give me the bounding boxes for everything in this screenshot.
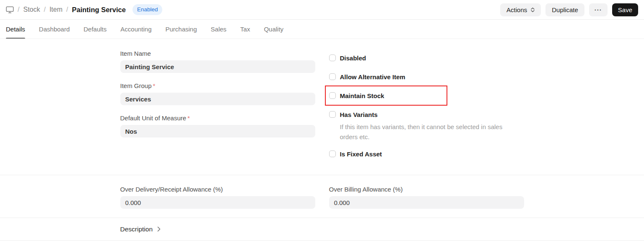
over-billing-label: Over Billing Allowance (%): [329, 186, 524, 193]
allow-alternative-item-checkbox[interactable]: [329, 73, 336, 80]
maintain-stock-checkbox-label[interactable]: Maintain Stock: [340, 92, 384, 99]
required-marker: *: [153, 82, 156, 89]
tab-accounting[interactable]: Accounting: [120, 20, 151, 39]
more-menu-button[interactable]: ···: [589, 3, 608, 16]
breadcrumb-separator: /: [18, 6, 19, 13]
required-marker: *: [187, 114, 190, 122]
disabled-checkbox-label[interactable]: Disabled: [340, 54, 366, 62]
over-billing-input[interactable]: 0.000: [329, 196, 524, 209]
breadcrumb: / Stock / Item / Painting Service Enable…: [6, 4, 162, 15]
description-section-toggle[interactable]: Description: [120, 226, 161, 233]
chevron-updown-icon: [531, 8, 535, 12]
tab-quality[interactable]: Quality: [264, 20, 283, 39]
save-button[interactable]: Save: [612, 3, 638, 16]
is-fixed-asset-checkbox[interactable]: [329, 150, 336, 157]
checkbox-row-allow-alternative: Allow Alternative Item: [329, 70, 524, 83]
default-uom-label-text: Default Unit of Measure: [120, 114, 187, 122]
breadcrumb-item[interactable]: Item: [49, 6, 62, 13]
status-badge: Enabled: [132, 4, 163, 15]
over-delivery-label: Over Delivery/Receipt Allowance (%): [120, 186, 315, 193]
section-allowances: Over Delivery/Receipt Allowance (%) 0.00…: [0, 175, 644, 218]
checkbox-row-maintain-stock: Maintain Stock: [329, 89, 524, 102]
is-fixed-asset-checkbox-label[interactable]: Is Fixed Asset: [340, 150, 382, 158]
field-default-uom: Default Unit of Measure* Nos: [120, 114, 315, 137]
has-variants-description: If this item has variants, then it canno…: [340, 122, 518, 142]
tab-tax[interactable]: Tax: [240, 20, 250, 39]
field-item-group: Item Group* Services: [120, 82, 315, 105]
tab-dashboard[interactable]: Dashboard: [39, 20, 70, 39]
header: / Stock / Item / Painting Service Enable…: [0, 0, 644, 20]
item-group-label: Item Group*: [120, 82, 315, 89]
item-name-label: Item Name: [120, 50, 315, 57]
right-column: Disabled Allow Alternative Item Maintain…: [329, 50, 524, 166]
page-title: Painting Service: [72, 6, 126, 14]
description-section-label: Description: [120, 226, 153, 233]
tab-details[interactable]: Details: [6, 20, 25, 39]
field-over-billing: Over Billing Allowance (%) 0.000: [329, 186, 524, 209]
tab-sales[interactable]: Sales: [211, 20, 227, 39]
field-item-name: Item Name Painting Service: [120, 50, 315, 73]
has-variants-checkbox-label[interactable]: Has Variants: [340, 111, 378, 118]
header-actions: Actions Duplicate ··· Save: [500, 3, 638, 16]
tab-bar: Details Dashboard Defaults Accounting Pu…: [0, 20, 644, 39]
item-group-input[interactable]: Services: [120, 93, 315, 105]
checkbox-row-is-fixed-asset: Is Fixed Asset: [329, 148, 524, 160]
over-delivery-input[interactable]: 0.000: [120, 196, 315, 209]
left-column: Item Name Painting Service Item Group* S…: [120, 50, 315, 166]
item-name-input[interactable]: Painting Service: [120, 60, 315, 73]
tab-purchasing[interactable]: Purchasing: [166, 20, 197, 39]
allow-alternative-item-checkbox-label[interactable]: Allow Alternative Item: [340, 73, 405, 80]
chevron-right-icon: [157, 226, 161, 232]
section-basic-details: Item Name Painting Service Item Group* S…: [0, 39, 644, 175]
section-description: Description: [0, 218, 644, 241]
has-variants-checkbox[interactable]: [329, 111, 336, 118]
breadcrumb-separator: /: [44, 6, 45, 13]
actions-button[interactable]: Actions: [500, 3, 541, 16]
tab-defaults[interactable]: Defaults: [83, 20, 106, 39]
duplicate-button[interactable]: Duplicate: [545, 3, 584, 16]
breadcrumb-separator: /: [66, 6, 68, 13]
item-group-label-text: Item Group: [120, 82, 152, 89]
field-over-delivery: Over Delivery/Receipt Allowance (%) 0.00…: [120, 186, 315, 209]
maintain-stock-checkbox[interactable]: [329, 92, 336, 99]
breadcrumb-stock[interactable]: Stock: [23, 6, 40, 13]
default-uom-label: Default Unit of Measure*: [120, 114, 315, 122]
default-uom-input[interactable]: Nos: [120, 125, 315, 137]
monitor-icon[interactable]: [6, 6, 14, 13]
section-units-of-measure: Units of Measure: [0, 241, 644, 249]
checkbox-row-has-variants: Has Variants: [329, 108, 524, 121]
actions-button-label: Actions: [506, 6, 527, 13]
disabled-checkbox[interactable]: [329, 54, 336, 61]
checkbox-row-disabled: Disabled: [329, 52, 524, 64]
